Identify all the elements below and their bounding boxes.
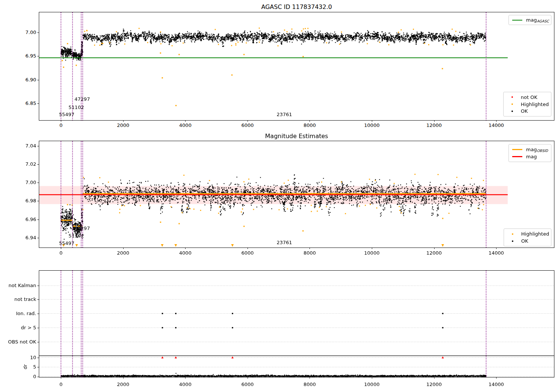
flag-row-label: dr > 5 bbox=[0, 325, 36, 330]
plot-annotation: 23761 bbox=[270, 240, 299, 245]
x-tick-label: 6000 bbox=[234, 250, 261, 256]
plot-annotation: 55497 bbox=[52, 112, 82, 117]
y-tick-mark bbox=[37, 146, 39, 146]
x-tick-label: 2000 bbox=[110, 250, 136, 256]
plot-annotation: 47297 bbox=[67, 96, 97, 102]
magnitude-plot-area bbox=[39, 141, 554, 248]
legend-label: mag bbox=[526, 154, 537, 159]
x-tick-label: 0 bbox=[48, 250, 74, 256]
x-tick-label: 0 bbox=[48, 382, 74, 387]
flag-row-label: not track bbox=[0, 296, 36, 302]
flag-row-label: not Kalman bbox=[0, 283, 36, 288]
x-tick-label: 8000 bbox=[296, 250, 323, 256]
y-tick-mark bbox=[37, 358, 39, 358]
dr-tick-label: 5 bbox=[20, 364, 36, 370]
y-tick-mark bbox=[37, 299, 39, 300]
x-tick-label: 14000 bbox=[483, 122, 509, 128]
legend-dot-wrap bbox=[507, 240, 517, 242]
y-tick-mark bbox=[37, 377, 39, 377]
x-tick-label: 10000 bbox=[359, 122, 385, 128]
legend-dot-wrap bbox=[507, 111, 517, 112]
flag-row-label: OBS not OK bbox=[0, 339, 36, 345]
x-tick-mark bbox=[248, 377, 248, 379]
x-tick-label: 12000 bbox=[421, 382, 447, 387]
y-tick-mark bbox=[37, 286, 39, 286]
y-tick-mark bbox=[37, 56, 39, 56]
x-tick-label: 0 bbox=[48, 122, 74, 128]
legend-label: magAGASC bbox=[526, 17, 549, 23]
legend-lines: magAGASC bbox=[508, 15, 551, 25]
legend-row: magAGASC bbox=[512, 17, 548, 23]
agasc-plot-canvas bbox=[39, 12, 554, 120]
x-tick-label: 14000 bbox=[483, 250, 509, 256]
y-tick-label: 7.04 bbox=[20, 143, 36, 149]
legend-row: Highlighted bbox=[507, 101, 548, 108]
x-tick-label: 6000 bbox=[234, 382, 261, 387]
legend-line-sample bbox=[512, 156, 522, 157]
flags-plot-area bbox=[39, 270, 554, 377]
y-tick-label: 6.96 bbox=[20, 217, 36, 222]
x-tick-mark bbox=[496, 377, 497, 379]
x-tick-label: 12000 bbox=[421, 122, 447, 128]
x-tick-mark bbox=[434, 120, 435, 122]
legend-label: Highlighted bbox=[521, 102, 549, 107]
dr-axis-label: dr bbox=[22, 364, 28, 370]
y-tick-label: 7.02 bbox=[20, 161, 36, 167]
x-tick-mark bbox=[61, 248, 61, 249]
dr-tick-label: 0 bbox=[20, 374, 36, 379]
legend-markers: not OKHighlightedOK bbox=[503, 92, 551, 116]
plot-annotation: 51102 bbox=[61, 233, 91, 239]
x-tick-mark bbox=[434, 377, 435, 379]
x-tick-mark bbox=[185, 248, 186, 249]
legend-dot-wrap bbox=[507, 96, 517, 98]
legend-marker-dot bbox=[512, 240, 513, 242]
y-tick-mark bbox=[37, 201, 39, 201]
chart-agasc-mag: AGASC ID 117837432.0 0200040006000800010… bbox=[0, 0, 560, 392]
legend-dot-wrap bbox=[507, 233, 517, 235]
x-tick-label: 6000 bbox=[234, 122, 261, 128]
y-tick-mark bbox=[37, 80, 39, 80]
x-tick-label: 2000 bbox=[110, 382, 136, 387]
legend-row: Highlighted bbox=[507, 230, 548, 237]
legend-marker-dot bbox=[511, 96, 513, 98]
y-tick-mark bbox=[37, 314, 39, 314]
y-tick-mark bbox=[37, 164, 39, 165]
chart-magnitude-estimates: Magnitude Estimates 02000400060008000100… bbox=[0, 0, 560, 392]
y-tick-mark bbox=[37, 32, 39, 33]
legend-markers: HighlightedOK bbox=[504, 228, 551, 246]
chart-flags: 02000400060008000100001200014000not Kalm… bbox=[0, 0, 560, 392]
x-tick-label: 8000 bbox=[296, 122, 323, 128]
legend-row: mag bbox=[512, 153, 548, 160]
legend-line-sample bbox=[512, 20, 522, 21]
x-tick-label: 4000 bbox=[172, 382, 198, 387]
x-tick-label: 10000 bbox=[359, 382, 385, 387]
legend-row: magOBSID bbox=[512, 146, 548, 153]
x-tick-mark bbox=[372, 248, 372, 249]
x-tick-mark bbox=[123, 248, 124, 249]
flag-row-label: Ion. rad. bbox=[0, 311, 36, 316]
y-tick-mark bbox=[37, 238, 39, 238]
x-tick-label: 8000 bbox=[296, 382, 323, 387]
y-tick-label: 6.98 bbox=[20, 198, 36, 203]
x-tick-mark bbox=[248, 120, 248, 122]
x-tick-mark bbox=[123, 377, 124, 379]
legend-marker-dot bbox=[511, 103, 513, 105]
plot-annotation: 47297 bbox=[67, 225, 97, 231]
y-tick-mark bbox=[37, 183, 39, 183]
legend-lines: magOBSIDmag bbox=[508, 144, 551, 162]
agasc-plot-area bbox=[39, 12, 554, 121]
y-tick-mark bbox=[37, 328, 39, 328]
plot-annotation: 23761 bbox=[270, 112, 299, 117]
legend-label: Highlighted bbox=[521, 231, 549, 237]
legend-line-sample bbox=[512, 149, 522, 150]
x-tick-mark bbox=[434, 248, 435, 249]
legend-label: not OK bbox=[521, 94, 537, 100]
legend-marker-dot bbox=[511, 111, 513, 112]
y-tick-mark bbox=[37, 103, 39, 104]
dr-tick-label: 10 bbox=[20, 355, 36, 360]
x-tick-label: 12000 bbox=[421, 250, 447, 256]
legend-row: not OK bbox=[507, 94, 548, 101]
y-tick-mark bbox=[37, 342, 39, 342]
y-tick-mark bbox=[37, 220, 39, 220]
legend-label: OK bbox=[521, 108, 528, 114]
